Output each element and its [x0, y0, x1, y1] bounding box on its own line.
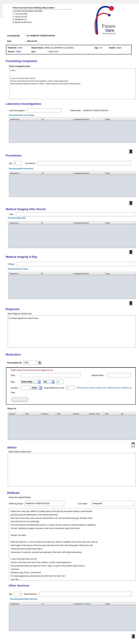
column-header: Status [104, 222, 136, 224]
other-qty-input[interactable] [14, 592, 22, 596]
duration-input[interactable] [20, 386, 30, 390]
patient-gender-group: Gender : Male [109, 47, 121, 49]
add-drug-button[interactable]: + Add Drug [11, 397, 29, 402]
advice-textarea[interactable] [8, 453, 136, 486]
procedures-input-row: Qty : Procedures : [9, 161, 131, 165]
advice-delete-button[interactable] [131, 442, 136, 448]
medication-entry-box: Please select the Drug from Drug suggess… [6, 367, 136, 405]
company-number: Company No.8417652-2 [13, 21, 76, 24]
recommended-other-services-link[interactable]: Recommended Other Services [10, 598, 37, 600]
complaints-textarea[interactable]: review X-rays of the right ankle and foo… [9, 68, 136, 99]
company-phone-1: T: +24 82 593 593 [13, 13, 76, 15]
column-header: Way [56, 412, 72, 415]
frequency-select[interactable]: OD ▼ [43, 380, 54, 384]
page-top-band [0, 0, 139, 4]
referral-inputs-row: Reffering Doctor Consultant [9, 501, 135, 506]
duration-unit-select[interactable]: Day/s ▼ [31, 386, 42, 390]
patient-id-label: Patient ID [8, 47, 16, 49]
recommended-procedures-link[interactable]: Recommended Procedures [9, 168, 33, 170]
uss-table: Department ID Investigation/Service Stat… [8, 221, 136, 248]
referring-doctor-input[interactable] [24, 501, 64, 506]
other-services-input[interactable] [39, 592, 132, 596]
prescription-id-row: Prescription ID : ↻ [7, 360, 42, 365]
uss-input[interactable] [16, 212, 135, 216]
recommended-xray-link[interactable]: Recommended X-Rays [8, 268, 28, 270]
procedures-table-header: Department ID Investigation/Service Stat… [9, 172, 136, 175]
procedures-input[interactable] [37, 161, 131, 165]
section-title-other-services: Other Services [9, 584, 29, 587]
frequency-qty-input[interactable] [57, 380, 64, 384]
patient-row-1: Patient ID : 8440 Patient Name : MIKEL G… [8, 47, 130, 49]
other-qty-label: Qty : [9, 593, 13, 595]
special-notes-input[interactable] [107, 373, 131, 377]
section-title-presenting-complaints: Presenting Complaints [6, 60, 37, 63]
select-referral-label: Select the needed Refferal [9, 496, 31, 498]
drug-input[interactable] [21, 373, 80, 377]
patient-name-label: Patient Name [32, 47, 43, 49]
prescription-id-input[interactable] [24, 360, 36, 365]
patient-info-box: Patient ID : 8440 Patient Name : MIKEL G… [6, 45, 132, 54]
duration-unit-value: Day/s [31, 387, 40, 389]
referred-by-label: Reffered By : [70, 110, 82, 112]
logo-tagline: Body Mind Soul [103, 32, 116, 35]
column-header: Duration [72, 412, 88, 415]
uss-delete-button[interactable] [129, 250, 133, 254]
column-header: ID [40, 272, 72, 275]
drug-row: Drug : Special Notes : [11, 373, 131, 377]
drug-label: Drug [11, 374, 18, 376]
chevron-down-icon: ▼ [52, 380, 54, 384]
section-title-procedures: Procedures [6, 154, 22, 157]
recommended-lab-testings-link[interactable]: Recommended Lab Testings [9, 114, 34, 116]
refresh-button[interactable]: ↻ [38, 360, 42, 365]
visit-id-group: Visit ID : 16558 [8, 51, 32, 53]
procedures-qty-label: Qty : [9, 162, 13, 164]
colon: : [18, 391, 21, 394]
xray-delete-button[interactable] [129, 301, 133, 306]
patient-id-value: 8440 [18, 47, 22, 49]
duration-row: Duration : Day/s ▼ Drugs/Tablets per mea… [11, 386, 132, 390]
column-header: Status [104, 118, 136, 121]
colon: : [15, 51, 15, 53]
visit-date-group: Date : 2024-10-26 [32, 51, 58, 53]
trash-icon [130, 251, 132, 254]
per-meal-input[interactable] [66, 386, 74, 390]
referred-by-value: HANECKY FUENTE REYES [83, 110, 108, 112]
xray-table: Department ID Investigation/Service Stat… [8, 272, 136, 299]
way-label: Way [11, 381, 18, 383]
procedures-qty-input[interactable] [14, 161, 22, 165]
column-header: Department [9, 118, 41, 121]
recommended-uss-link[interactable]: Recommended USS [8, 217, 26, 219]
visit-date-label: Date [32, 51, 36, 53]
consultant-input[interactable] [92, 501, 135, 506]
patient-id-group: Patient ID : 8440 [8, 47, 32, 49]
column-header: Investigation/Service [72, 272, 104, 275]
page-left-band [0, 4, 3, 18]
consulted-by-label: Consulted By [7, 34, 25, 37]
section-title-medication: Medication [6, 353, 21, 356]
column-header: Department [9, 602, 41, 605]
lab-table-header: Department ID Investigation/Service Stat… [9, 118, 136, 121]
lab-delete-button[interactable] [129, 149, 133, 154]
lab-table: Department ID Investigation/Service Stat… [9, 118, 136, 143]
section-title-referrals: Refferals [7, 491, 20, 494]
column-header: ID [40, 222, 72, 224]
way-select[interactable]: Before Meal ▼ [21, 380, 41, 384]
column-header: Status [104, 272, 136, 275]
section-title-ultrasound: Medical Imaging Ultra Sound [6, 208, 46, 211]
other-services-delete-button[interactable] [131, 634, 136, 639]
patient-row-2: Visit ID : 16558 Date : 2024-10-26 [8, 51, 130, 53]
diagnosis-textarea[interactable]: DI: Simple appearance ankle fracture [8, 315, 136, 348]
column-header: Department [9, 172, 41, 175]
colon: : [105, 374, 107, 376]
xray-input[interactable] [17, 262, 135, 266]
referral-details-textarea[interactable]: Patient who 5 days ago suffered a comple… [9, 508, 136, 580]
visit-id-label: Visit ID [8, 51, 14, 53]
colon: : [44, 47, 44, 49]
lab-investigation-input[interactable] [27, 108, 61, 112]
drug-list-table-header: Drug ID Drug Fequency Way Duration Durat… [8, 412, 136, 416]
procedures-delete-button[interactable] [129, 201, 133, 206]
other-services-table-header: Department ID Investigation / Service St… [9, 602, 136, 606]
patient-age-group: Age : 38 [94, 47, 109, 49]
section-title-laboratory: Laboratory Investigations [6, 102, 41, 106]
add-drug-label: Add Drug [16, 398, 26, 401]
